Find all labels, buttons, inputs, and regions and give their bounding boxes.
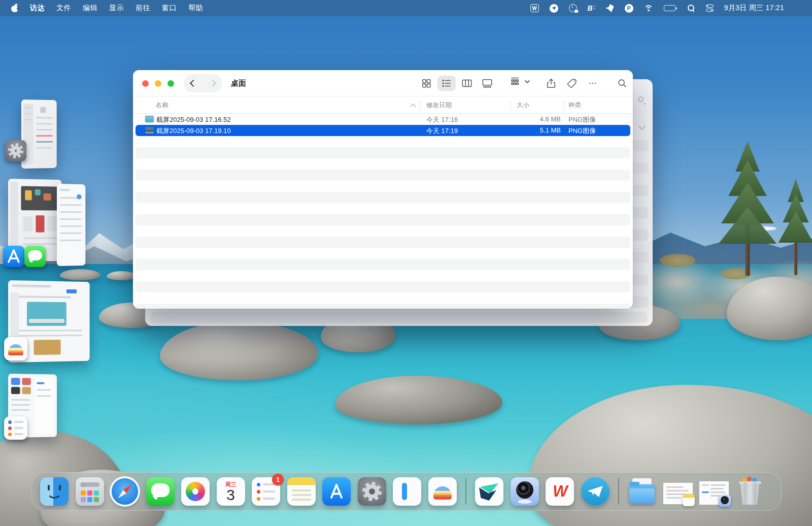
dry-grass	[660, 254, 695, 267]
tag-icon	[566, 78, 578, 89]
list-view-icon	[441, 78, 452, 89]
wps-menubar-icon[interactable]: W	[530, 4, 539, 12]
more-icon	[587, 78, 598, 89]
file-kind: PNG图像	[568, 126, 596, 136]
chevron-down-icon	[524, 79, 530, 85]
control-center-icon[interactable]	[706, 4, 714, 13]
dock-notes-icon[interactable]	[287, 477, 316, 506]
stage-group-messages-window[interactable]	[57, 184, 85, 266]
empty-row	[133, 214, 633, 225]
icon-view-icon	[421, 78, 432, 89]
column-view-button[interactable]	[458, 76, 476, 91]
empty-row	[133, 281, 633, 292]
file-thumbnail-icon	[145, 116, 154, 122]
dock-reminders-icon[interactable]: 1	[252, 477, 280, 506]
empty-row	[133, 237, 633, 248]
notes-mini-icon	[683, 494, 695, 506]
icon-view-button[interactable]	[417, 76, 435, 91]
column-header-size[interactable]: 大小	[517, 101, 529, 110]
pine-tree	[715, 141, 781, 276]
lock-clock-menubar-icon[interactable]	[569, 4, 577, 12]
close-button[interactable]	[142, 80, 149, 87]
menu-go[interactable]: 前往	[136, 4, 150, 13]
group-by-button[interactable]	[510, 76, 530, 88]
column-header-kind[interactable]: 种类	[568, 101, 581, 110]
bird-app-menubar-icon[interactable]	[605, 4, 614, 12]
empty-row	[133, 192, 633, 203]
menu-file[interactable]: 文件	[56, 4, 71, 13]
menu-edit[interactable]: 编辑	[83, 4, 97, 13]
telegram-menubar-icon[interactable]	[550, 4, 558, 13]
dock-messages-icon[interactable]	[146, 477, 175, 506]
file-row[interactable]: 截屏2025-09-03 17.16.52 今天 17:16 4.6 MB PN…	[133, 114, 633, 125]
empty-row	[133, 170, 633, 181]
dock-lens-app-icon[interactable]	[511, 477, 539, 506]
dock-minimized-window-notes[interactable]	[663, 483, 693, 504]
menu-help[interactable]: 帮助	[188, 4, 203, 13]
share-icon	[546, 78, 557, 89]
finder-titlebar[interactable]: 桌面	[133, 70, 633, 96]
column-header-modified[interactable]: 修改日期	[426, 101, 452, 110]
lens-mini-icon	[719, 495, 731, 507]
gallery-view-button[interactable]	[478, 76, 496, 91]
b-app-menubar-icon[interactable]: B	[588, 4, 595, 13]
dock-photos-icon[interactable]	[181, 477, 210, 506]
menu-window[interactable]: 窗口	[162, 4, 177, 13]
dock-leaf-app-icon[interactable]	[475, 477, 503, 506]
back-button[interactable]	[190, 80, 197, 87]
dock-telegram-icon[interactable]	[581, 477, 610, 506]
dock-minimized-window-lens[interactable]	[699, 481, 729, 505]
dock-launchpad-icon[interactable]	[76, 477, 104, 506]
dock-divider	[618, 478, 619, 505]
apple-menu-icon[interactable]	[11, 4, 18, 12]
gallery-view-icon	[482, 78, 493, 89]
dock-app-store-icon[interactable]	[322, 477, 351, 506]
more-button[interactable]	[584, 76, 602, 91]
wifi-icon[interactable]	[644, 5, 653, 12]
menu-bar: 访达 文件 编辑 显示 前往 窗口 帮助 W B P 9月3日 周三 17:21	[0, 0, 812, 16]
spotlight-icon[interactable]	[688, 5, 695, 12]
file-row-selected[interactable]: 截屏2025-09-03 17.19.10 今天 17:19 5.1 MB PN…	[133, 125, 633, 136]
dock-system-settings-icon[interactable]	[358, 477, 386, 506]
dock-downloads-folder-icon[interactable]	[628, 477, 656, 506]
p-app-menubar-icon[interactable]: P	[625, 4, 633, 13]
dock-safari-icon[interactable]	[112, 478, 138, 505]
navigation-pill	[184, 74, 222, 92]
file-thumbnail-icon	[145, 127, 154, 134]
menubar-clock[interactable]: 9月3日 周三 17:21	[724, 4, 784, 13]
dock-trash-icon[interactable]	[736, 477, 764, 506]
app-store-stage-icon	[3, 246, 24, 267]
empty-row	[133, 292, 633, 304]
dock-pill-app-icon[interactable]	[393, 477, 421, 506]
empty-row	[133, 158, 633, 170]
dock: 周三 3 1 W	[31, 472, 782, 511]
search-button[interactable]	[613, 76, 631, 91]
share-button[interactable]	[542, 76, 560, 91]
empty-row	[133, 259, 633, 270]
file-modified: 今天 17:19	[426, 126, 458, 136]
column-view-icon	[461, 78, 472, 89]
zoom-button[interactable]	[167, 80, 174, 87]
dock-sunrise-app-icon[interactable]	[428, 477, 457, 506]
small-pine-tree	[775, 179, 812, 275]
empty-row	[133, 270, 633, 281]
empty-row	[133, 304, 633, 309]
forward-button[interactable]	[209, 80, 216, 87]
stage-group-settings[interactable]	[21, 100, 57, 169]
minimize-button[interactable]	[155, 80, 161, 87]
column-header-name[interactable]: 名称	[156, 101, 168, 110]
menu-view[interactable]: 显示	[109, 4, 124, 13]
dock-calendar-icon[interactable]: 周三 3	[217, 477, 245, 506]
tag-button[interactable]	[563, 76, 581, 91]
empty-row	[133, 181, 633, 192]
empty-row	[133, 248, 633, 259]
dock-finder-icon[interactable]	[40, 477, 69, 506]
notification-badge: 1	[272, 474, 284, 485]
rock	[60, 269, 100, 280]
list-view-button[interactable]	[437, 76, 456, 91]
list-header: 名称 修改日期 大小 种类	[133, 96, 633, 114]
menu-app-name[interactable]: 访达	[30, 4, 45, 13]
battery-icon[interactable]	[664, 4, 677, 13]
file-size: 5.1 MB	[509, 126, 561, 134]
dock-wps-office-icon[interactable]: W	[546, 477, 574, 506]
